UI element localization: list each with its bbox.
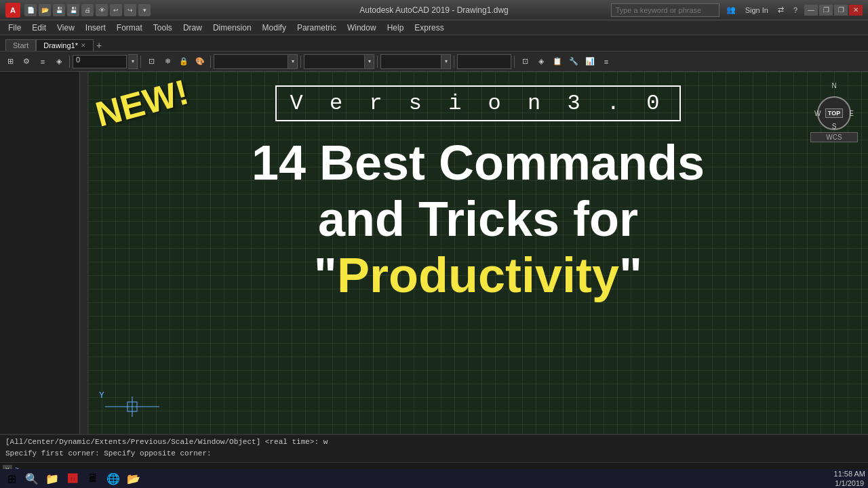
taskbar-explorer-button[interactable]: 📁 [43,470,61,487]
menu-bar: File Edit View Insert Format Tools Draw … [0,20,868,35]
tab-drawing1[interactable]: Drawing1* ✕ [36,39,94,51]
menu-tools[interactable]: Tools [148,20,178,35]
toolbar-layer-properties[interactable]: ⚙ [19,54,34,69]
bycolor-combo: ByColor [457,54,511,69]
wcs-label[interactable]: WCS [810,132,858,142]
menu-help[interactable]: Help [382,20,410,35]
explorer-icon: 📁 [45,472,59,485]
plot-style-combo-input[interactable]: ByColor [457,54,511,69]
exchange-icon[interactable]: ⇄ [775,5,787,14]
lineweight-combo-input[interactable]: ByLayer [380,54,441,69]
left-ruler [79,72,87,434]
calc-icon: 🖩 [87,472,98,485]
canvas-area[interactable]: NEW! V e r s i o n 3 . 0 14 Best Command… [88,72,868,434]
qat-print[interactable]: 🖨 [81,4,94,16]
menu-parametric[interactable]: Parametric [292,20,342,35]
title-bar-left: A 📄 📂 💾 💾 🖨 👁 ↩ ↪ ▾ [5,3,151,18]
help-icon[interactable]: ? [791,6,800,14]
clock-time: 11:58 AM [834,469,865,479]
toolbar-btn3[interactable]: 📋 [550,54,565,69]
menu-edit[interactable]: Edit [26,20,52,35]
autocad-logo: A [5,3,20,18]
keyword-search-input[interactable] [611,3,719,17]
compass-e-label: E [849,110,854,117]
toolbar-btn6[interactable]: ≡ [599,54,614,69]
productivity-word: Productivity [337,248,619,302]
tab-start-label: Start [13,41,28,49]
toolbar-sep-4 [300,56,301,68]
tab-drawing1-label: Drawing1* [43,41,78,49]
toolbar-btn2[interactable]: ◈ [534,54,549,69]
lineweight-combo-arrow[interactable]: ▾ [441,54,451,69]
qat-open[interactable]: 📂 [39,4,51,16]
linetype-combo-arrow[interactable]: ▾ [365,54,374,69]
taskbar-autocad-button[interactable]: 🅰 [64,470,81,487]
taskbar-calc-button[interactable]: 🖩 [84,470,102,487]
main-title-line1: 14 Best Commands [252,135,705,191]
taskbar-windows-button[interactable]: ⊞ [3,470,20,487]
toolbar-match-layer[interactable]: ◈ [52,54,66,69]
toolbar-layer-freeze[interactable]: ❄ [160,54,175,69]
qat-saveas[interactable]: 💾 [67,4,79,16]
compass: N W E S TOP WCS [810,82,858,129]
menu-insert[interactable]: Insert [80,20,111,35]
menu-format[interactable]: Format [111,20,148,35]
taskbar: ⊞ 🔍 📁 🅰 🖩 🌐 📂 11:58 AM 1/1/2019 [0,469,868,488]
linetype-combo-input[interactable]: ByLayer [304,54,365,69]
command-area: [All/Center/Dynamic/Extents/Previous/Sca… [0,434,868,474]
taskbar-files-button[interactable]: 📂 [125,470,142,487]
system-clock[interactable]: 11:58 AM 1/1/2019 [834,469,865,488]
qat-more[interactable]: ▾ [138,4,151,16]
minimize-button[interactable]: — [804,5,818,16]
qat-redo[interactable]: ↪ [124,4,136,16]
close-button[interactable]: ✕ [849,5,863,16]
color-combo-arrow[interactable]: ▾ [288,54,298,69]
toolbar-btn1[interactable]: ⊡ [517,54,532,69]
command-line2: Specify first corner: Specify opposite c… [5,448,863,460]
window-controls: — ❐ ❐ ✕ [804,5,863,16]
menu-modify[interactable]: Modify [257,20,292,35]
qat-undo[interactable]: ↩ [110,4,122,16]
new-tab-button[interactable]: + [94,40,104,51]
team-icon[interactable]: 👥 [724,5,738,14]
toolbar-sep-6 [454,56,454,68]
menu-window[interactable]: Window [342,20,382,35]
quote-open: " [314,248,337,302]
color-combo-input[interactable]: ByLayer [214,54,288,69]
bylayer3-combo: ByLayer ▾ [380,54,451,69]
main-title-line2: and Tricks for [318,191,638,247]
quick-access-toolbar: 📄 📂 💾 💾 🖨 👁 ↩ ↪ ▾ [24,4,151,16]
toolbar-sep-2 [140,56,141,68]
menu-view[interactable]: View [52,20,80,35]
qat-save[interactable]: 💾 [53,4,65,16]
menu-express[interactable]: Express [409,20,449,35]
taskbar-browser-button[interactable]: 🌐 [104,470,122,487]
restore-button[interactable]: ❐ [834,5,848,16]
tab-start[interactable]: Start [5,39,36,51]
qat-new[interactable]: 📄 [24,4,37,16]
title-bar-right: 👥 Sign In ⇄ ? — ❐ ❐ ✕ [611,3,863,17]
menu-draw[interactable]: Draw [178,20,208,35]
toolbar-layers-icon[interactable]: ⊞ [3,54,18,69]
toolbar-layer-states[interactable]: ≡ [35,54,50,69]
version-box: V e r s i o n 3 . 0 [275,85,682,121]
layer-dropdown-arrow[interactable]: ▾ [128,54,138,69]
files-icon: 📂 [127,472,140,485]
toolbar-sep-1 [69,56,70,68]
maximize-button[interactable]: ❐ [819,5,833,16]
toolbar-make-block[interactable]: ⊡ [144,54,159,69]
tab-bar: Start Drawing1* ✕ + [0,35,868,52]
toolbar-btn5[interactable]: 📊 [583,54,597,69]
window-title: Autodesk AutoCAD 2019 - Drawing1.dwg [359,5,508,15]
menu-dimension[interactable]: Dimension [208,20,257,35]
toolbar-btn4[interactable]: 🔧 [566,54,581,69]
toolbar-layer-lock[interactable]: 🔒 [176,54,191,69]
qat-preview[interactable]: 👁 [96,4,108,16]
sign-in-button[interactable]: Sign In [743,6,771,14]
compass-s-label: S [832,123,837,130]
layer-input[interactable]: 0 [73,55,127,68]
tab-drawing1-close[interactable]: ✕ [81,42,86,49]
menu-file[interactable]: File [3,20,26,35]
taskbar-search-button[interactable]: 🔍 [23,470,41,487]
toolbar-layer-color[interactable]: 🎨 [193,54,208,69]
